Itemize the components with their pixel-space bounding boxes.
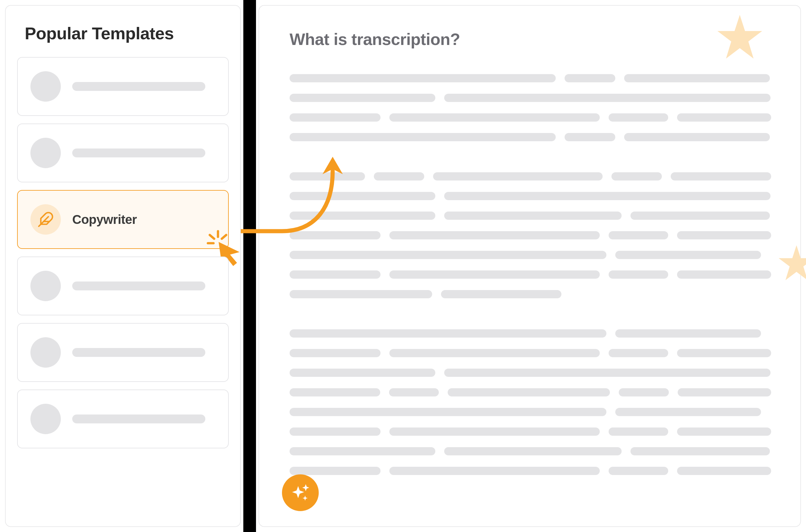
feather-icon [31, 204, 61, 235]
document-body-placeholder [289, 74, 771, 475]
sidebar-panel: Popular Templates Copywriter [5, 5, 241, 527]
template-item[interactable] [17, 323, 229, 382]
template-label-placeholder [72, 415, 205, 423]
template-label: Copywriter [72, 212, 137, 227]
template-icon-placeholder [31, 271, 61, 301]
template-item[interactable] [17, 256, 229, 316]
template-label-placeholder [72, 282, 205, 290]
template-item[interactable] [17, 390, 229, 449]
template-label-placeholder [72, 82, 205, 91]
template-label-placeholder [72, 348, 205, 357]
template-icon-placeholder [31, 337, 61, 368]
star-icon [716, 14, 764, 61]
svg-line-3 [210, 235, 214, 239]
svg-line-4 [222, 235, 226, 239]
template-item[interactable] [17, 124, 229, 183]
template-list: Copywriter [17, 57, 229, 449]
template-icon-placeholder [31, 71, 61, 102]
document-panel: What is transcription? [259, 5, 801, 527]
document-title: What is transcription? [289, 30, 771, 49]
template-icon-placeholder [31, 138, 61, 168]
template-label-placeholder [72, 149, 205, 157]
sidebar-title: Popular Templates [25, 23, 229, 43]
panel-divider [243, 0, 256, 532]
template-item[interactable] [17, 57, 229, 116]
star-icon [777, 245, 806, 283]
template-item-copywriter[interactable]: Copywriter [17, 190, 229, 249]
template-icon-placeholder [31, 404, 61, 434]
sparkles-icon [282, 474, 319, 511]
